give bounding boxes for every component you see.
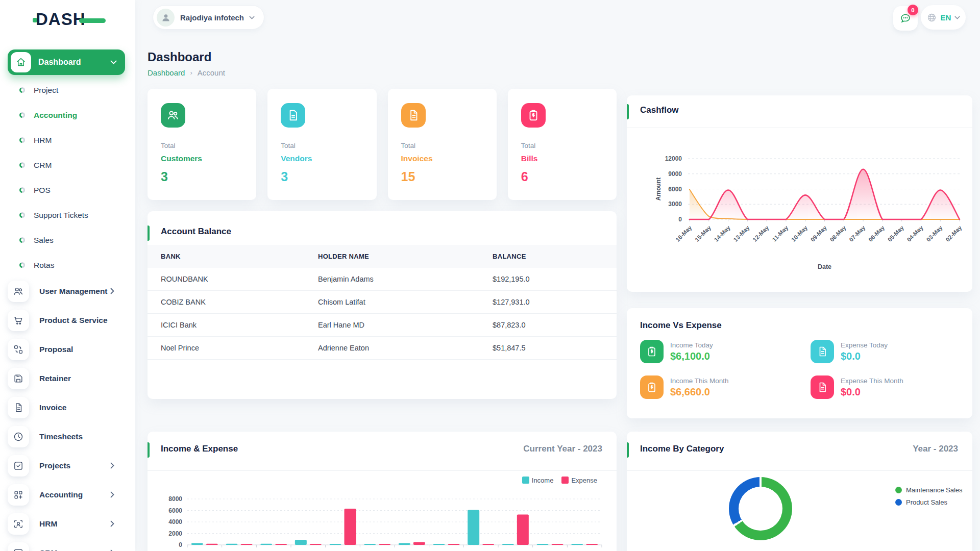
legend-dot	[895, 499, 902, 506]
sidebar-item-user-management[interactable]: User Management	[0, 277, 135, 306]
sidebar-item-crm[interactable]: CRM	[0, 153, 135, 178]
stat-value: 3	[281, 169, 363, 184]
cell-holder-name: Adrienne Eaton	[318, 344, 493, 352]
sidebar-item-label: User Management	[39, 287, 110, 296]
bullet-icon	[19, 237, 25, 243]
cart-icon	[8, 310, 29, 331]
sidebar-item-invoice[interactable]: Invoice	[0, 393, 135, 422]
bullet-icon	[19, 187, 25, 193]
cashflow-card: Cashflow 12000900060003000016-May15-May1…	[627, 95, 972, 292]
sidebar-item-dashboard[interactable]: Dashboard	[8, 49, 125, 75]
section-title: Account Balance	[161, 227, 231, 237]
userscan-icon	[8, 513, 29, 535]
sidebar-item-rotas[interactable]: Rotas	[0, 253, 135, 278]
chevron-right-icon	[110, 462, 114, 469]
svg-text:4000: 4000	[168, 518, 182, 525]
bullet-icon	[19, 212, 25, 218]
svg-text:6000: 6000	[668, 186, 682, 193]
cell-bank: Noel Prince	[148, 344, 318, 352]
sidebar-item-label: POS	[34, 186, 51, 195]
logo-dash-icon	[79, 18, 106, 23]
sidebar-item-timesheets[interactable]: Timesheets	[0, 422, 135, 451]
workspace-dropdown[interactable]: Rajodiya infotech	[153, 5, 264, 30]
logo-text: DASH	[36, 10, 86, 29]
bill-icon	[521, 103, 546, 128]
clock-icon	[8, 426, 29, 447]
sidebar-item-retainer[interactable]: Retainer	[0, 364, 135, 393]
svg-text:9000: 9000	[668, 170, 682, 178]
sidebar-item-hrm[interactable]: HRM	[0, 509, 135, 538]
sidebar-item-projects[interactable]: Projects	[0, 451, 135, 480]
chevron-down-icon	[110, 60, 117, 64]
stat-label: Total	[161, 142, 243, 149]
file-icon	[811, 340, 834, 363]
sidebar-item-label: Projects	[39, 461, 110, 470]
legend-dot	[895, 487, 902, 493]
sidebar-item-label: Support Tickets	[34, 211, 88, 220]
card-accent	[148, 442, 150, 458]
chevron-right-icon	[110, 520, 114, 527]
chevron-right-icon	[110, 491, 114, 498]
sidebar-item-accounting[interactable]: Accounting	[0, 103, 135, 128]
breadcrumb-separator: ›	[190, 69, 192, 77]
stat-label: Income Today	[670, 341, 713, 349]
cell-holder-name: Earl Hane MD	[318, 321, 493, 329]
table-row: ICICI Bank Earl Hane MD $87,823.0	[148, 314, 617, 337]
section-subtitle: Year - 2023	[913, 444, 958, 454]
sidebar-item-label: Retainer	[39, 374, 110, 383]
svg-text:3000: 3000	[668, 201, 682, 208]
sidebar-item-pos[interactable]: POS	[0, 178, 135, 203]
file-icon	[8, 397, 29, 418]
cell-bank: ROUNDBANK	[148, 275, 318, 283]
table-row: COBIZ BANK Chisom Latifat $127,931.0	[148, 291, 617, 314]
stat-expense-this-month: Expense This Month $0.0	[811, 375, 903, 399]
income-expense-chart: 80006000400020000	[148, 481, 617, 551]
svg-text:12-May: 12-May	[751, 224, 770, 243]
sidebar-item-project[interactable]: Project	[0, 78, 135, 103]
divider	[627, 128, 972, 128]
sidebar-item-accounting[interactable]: Accounting	[0, 480, 135, 509]
stat-value: 3	[161, 169, 243, 184]
breadcrumb-dashboard-link[interactable]: Dashboard	[148, 68, 185, 77]
svg-text:Date: Date	[818, 263, 831, 270]
sidebar-item-product-service[interactable]: Product & Service	[0, 306, 135, 335]
column-bank: BANK	[148, 253, 318, 260]
bill-icon	[640, 340, 664, 363]
language-selector[interactable]: EN	[921, 5, 966, 30]
column-holder-name: HOLDER NAME	[318, 253, 493, 260]
svg-text:14-May: 14-May	[713, 224, 731, 243]
sidebar-item-hrm[interactable]: HRM	[0, 128, 135, 153]
svg-text:03-May: 03-May	[925, 224, 944, 243]
svg-text:6000: 6000	[168, 507, 182, 514]
section-subtitle: Current Year - 2023	[523, 444, 602, 454]
avatar	[157, 9, 175, 27]
svg-text:0: 0	[179, 541, 182, 548]
cashflow-chart: 12000900060003000016-May15-May14-May13-M…	[627, 146, 972, 292]
note-icon	[281, 103, 305, 128]
bullet-icon	[19, 87, 25, 93]
sidebar-item-label: Accounting	[39, 490, 110, 499]
cell-balance: $87,823.0	[493, 321, 617, 329]
sidebar-item-crm[interactable]: CRM	[0, 538, 135, 551]
stat-value: $0.0	[841, 386, 903, 398]
sidebar-item-label: Sales	[34, 236, 54, 245]
stat-value: $0.0	[841, 350, 888, 362]
breadcrumb-current: Account	[198, 68, 225, 77]
legend-label: Maintenance Sales	[906, 486, 963, 494]
sidebar-item-support-tickets[interactable]: Support Tickets	[0, 203, 135, 228]
divider	[627, 470, 972, 471]
svg-text:8000: 8000	[168, 495, 182, 503]
svg-text:08-May: 08-May	[829, 224, 847, 243]
table-row: Noel Prince Adrienne Eaton $51,847.5	[148, 337, 617, 360]
svg-text:15-May: 15-May	[694, 224, 712, 243]
svg-text:10-May: 10-May	[790, 224, 808, 243]
svg-text:05-May: 05-May	[887, 224, 905, 243]
file-icon	[401, 103, 426, 128]
sidebar-item-proposal[interactable]: Proposal	[0, 335, 135, 364]
cell-balance: $192,195.0	[493, 275, 617, 283]
donut-chart	[729, 477, 792, 540]
bullet-icon	[19, 262, 25, 268]
sidebar-item-sales[interactable]: Sales	[0, 228, 135, 253]
stat-label: Income This Month	[670, 377, 729, 385]
stat-card-customers: Total Customers 3	[148, 89, 256, 200]
